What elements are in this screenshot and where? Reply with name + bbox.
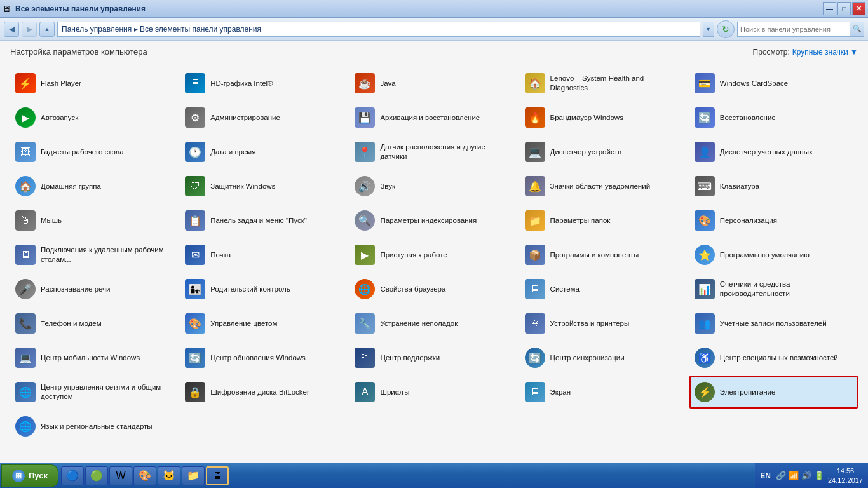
taskbar-item-6[interactable]: 🖥 (206, 466, 229, 485)
search-input[interactable] (738, 25, 850, 33)
icon-image-mouse: 🖱 (15, 210, 36, 231)
icon-item-sound[interactable]: 🔊 Звук (349, 170, 518, 203)
address-dropdown[interactable]: ▼ (703, 22, 714, 37)
icon-label-keyboard: Клавиатура (720, 182, 759, 191)
icon-item-user-accounts[interactable]: 👥 Учетные записи пользователей (689, 307, 858, 340)
icon-image-color-manage: 🎨 (185, 313, 205, 334)
icon-image-notifications: 🔔 (525, 176, 545, 196)
icon-label-defaults: Программы по умолчанию (720, 250, 810, 260)
volume-icon: 🔊 (801, 471, 811, 480)
icon-item-datetime[interactable]: 🕐 Дата и время (180, 135, 348, 168)
icon-item-getting-started[interactable]: ▶ Приступая к работе (349, 238, 518, 271)
icon-item-support-center[interactable]: 🏳 Центр поддержки (349, 341, 518, 374)
icon-image-archive-restore: 💾 (355, 107, 375, 128)
forward-button[interactable]: ▶ (22, 22, 37, 37)
icon-item-devices-printers[interactable]: 🖨 Устройства и принтеры (520, 307, 688, 340)
icon-image-defender: 🛡 (185, 176, 205, 196)
icon-item-speech[interactable]: 🎤 Распознавание речи (10, 273, 179, 306)
icon-item-autorun[interactable]: ▶ Автозапуск (10, 101, 179, 134)
icon-image-system: 🖥 (525, 279, 545, 299)
icon-item-special-access[interactable]: ♿ Центр специальных возможностей (689, 341, 858, 374)
taskbar-item-1[interactable]: 🟢 (85, 466, 108, 485)
icon-item-color-manage[interactable]: 🎨 Управление цветом (180, 307, 348, 340)
icon-item-gadgets[interactable]: 🖼 Гаджеты рабочего стола (10, 135, 179, 168)
icon-item-restore[interactable]: 🔄 Восстановление (689, 101, 858, 134)
icon-image-browser-props: 🌐 (355, 279, 375, 299)
taskbar-item-0[interactable]: 🔵 (61, 466, 84, 485)
icon-item-windows-cardspace[interactable]: 💳 Windows CardSpace (689, 67, 858, 100)
icon-item-notifications[interactable]: 🔔 Значки области уведомлений (520, 170, 688, 203)
icon-label-folder-options: Параметры папок (550, 216, 611, 226)
icon-item-network-center[interactable]: 🌐 Центр управления сетями и общим доступ… (10, 376, 179, 409)
icon-item-personalization[interactable]: 🎨 Персонализация (689, 204, 858, 237)
icon-item-power[interactable]: ⚡ Электропитание (689, 376, 858, 409)
icon-item-language[interactable]: 🌐 Язык и региональные стандарты (10, 410, 179, 443)
icon-label-browser-props: Свойства браузера (380, 285, 445, 294)
maximize-button[interactable]: □ (837, 2, 851, 15)
icon-item-troubleshoot[interactable]: 🔧 Устранение неполадок (349, 307, 518, 340)
icon-item-fonts[interactable]: A Шрифты (349, 376, 518, 409)
icon-item-system[interactable]: 🖥 Система (520, 273, 688, 306)
icon-item-java[interactable]: ☕ Java (349, 67, 518, 100)
icon-image-taskbar-menu: 📋 (185, 210, 205, 231)
icon-item-programs[interactable]: 📦 Программы и компоненты (520, 238, 688, 271)
address-bar: ◀ ▶ ▲ Панель управления ▸ Все элементы п… (0, 18, 868, 41)
icon-item-mail[interactable]: ✉ Почта (180, 238, 348, 271)
icon-item-firewall[interactable]: 🔥 Брандмауэр Windows (520, 101, 688, 134)
up-button[interactable]: ▲ (39, 22, 55, 37)
icon-image-display: 🖥 (525, 382, 545, 402)
taskbar-item-4[interactable]: 🐱 (158, 466, 180, 485)
icon-image-performance: 📊 (695, 279, 715, 299)
icon-image-fonts: A (355, 382, 375, 402)
icon-item-keyboard[interactable]: ⌨ Клавиатура (689, 170, 858, 203)
icon-item-browser-props[interactable]: 🌐 Свойства браузера (349, 273, 518, 306)
icon-item-display[interactable]: 🖥 Экран (520, 376, 688, 409)
taskbar-item-3[interactable]: 🎨 (133, 466, 156, 485)
icon-image-special-access: ♿ (695, 348, 715, 368)
icon-image-troubleshoot: 🔧 (355, 313, 375, 334)
start-button[interactable]: ⊞ Пуск (1, 464, 58, 487)
icon-item-sync-center[interactable]: 🔄 Центр синхронизации (520, 341, 688, 374)
icon-item-devices[interactable]: 💻 Диспетчер устройств (520, 135, 688, 168)
title-bar: 🖥 Все элементы панели управления — □ ✕ (0, 0, 868, 18)
icon-item-homegroup[interactable]: 🏠 Домашняя группа (10, 170, 179, 203)
icon-label-notifications: Значки области уведомлений (550, 182, 650, 191)
icon-item-accounts-manager[interactable]: 👤 Диспетчер учетных данных (689, 135, 858, 168)
refresh-button[interactable]: ↻ (717, 20, 735, 38)
icon-item-flash-player[interactable]: ⚡ Flash Player (10, 67, 179, 100)
icon-image-getting-started: ▶ (355, 245, 375, 265)
icon-item-defender[interactable]: 🛡 Защитник Windows (180, 170, 348, 203)
minimize-button[interactable]: — (823, 2, 836, 15)
icon-image-datetime: 🕐 (185, 142, 205, 162)
icon-item-phone-modem[interactable]: 📞 Телефон и модем (10, 307, 179, 340)
icon-item-hd-intel[interactable]: 🖥 HD-графика Intel® (180, 67, 348, 100)
icon-item-taskbar-menu[interactable]: 📋 Панель задач и меню "Пуск" (180, 204, 348, 237)
icon-item-mouse[interactable]: 🖱 Мышь (10, 204, 179, 237)
icon-item-bitlocker[interactable]: 🔒 Шифрование диска BitLocker (180, 376, 348, 409)
title-bar-controls: — □ ✕ (823, 2, 865, 15)
icon-label-network-center: Центр управления сетями и общим доступом (41, 383, 173, 402)
icon-image-administration: ⚙ (185, 107, 205, 128)
icon-item-windows-update[interactable]: 🔄 Центр обновления Windows (180, 341, 348, 374)
icon-label-datetime: Дата и время (210, 147, 255, 157)
icon-item-parental[interactable]: 👨‍👧 Родительский контроль (180, 273, 348, 306)
icon-item-mobile-center[interactable]: 💻 Центр мобильности Windows (10, 341, 179, 374)
taskbar-item-5[interactable]: 📁 (182, 466, 205, 485)
view-selector[interactable]: Крупные значки ▼ (792, 48, 858, 57)
icon-label-defender: Защитник Windows (210, 182, 275, 191)
icon-item-folder-options[interactable]: 📁 Параметры папок (520, 204, 688, 237)
search-button[interactable]: 🔍 (850, 22, 864, 36)
icon-item-remote-desktop[interactable]: 🖥 Подключения к удаленным рабочим столам… (10, 238, 179, 271)
icon-item-lenovo-health[interactable]: 🏠 Lenovo – System Health and Diagnostics (520, 67, 688, 100)
icon-item-defaults[interactable]: ⭐ Программы по умолчанию (689, 238, 858, 271)
icon-item-performance[interactable]: 📊 Счетчики и средства производительности (689, 273, 858, 306)
icon-item-administration[interactable]: ⚙ Администрирование (180, 101, 348, 134)
taskbar-item-2[interactable]: W (109, 466, 132, 485)
icon-item-archive-restore[interactable]: 💾 Архивация и восстановление (349, 101, 518, 134)
back-button[interactable]: ◀ (4, 22, 19, 37)
icon-label-special-access: Центр специальных возможностей (720, 353, 838, 363)
icon-item-indexing[interactable]: 🔍 Параметры индексирования (349, 204, 518, 237)
close-button[interactable]: ✕ (852, 2, 865, 15)
icon-item-sensor[interactable]: 📍 Датчик расположения и другие датчики (349, 135, 518, 168)
icon-image-devices-printers: 🖨 (525, 313, 545, 334)
